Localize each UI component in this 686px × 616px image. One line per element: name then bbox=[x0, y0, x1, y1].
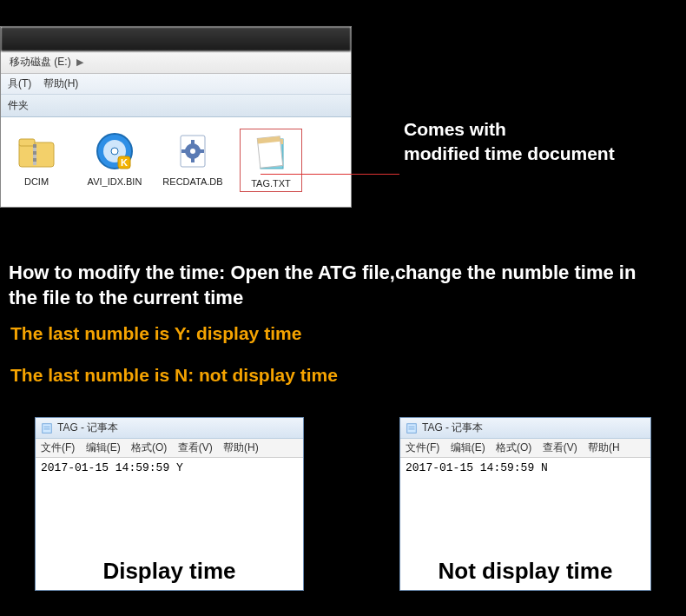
explorer-window: 移动磁盘 (E:) ▶ 具(T) 帮助(H) 件夹 DCIM K AVI_IDX… bbox=[0, 26, 352, 208]
np-menu-format[interactable]: 格式(O) bbox=[131, 441, 167, 454]
np-menu-view[interactable]: 查看(V) bbox=[178, 441, 213, 454]
instruction-main: How to modify the time: Open the ATG fil… bbox=[9, 261, 669, 310]
notepad-title-text: TAG - 记事本 bbox=[57, 421, 118, 435]
file-label: AVI_IDX.BIN bbox=[88, 176, 142, 188]
np-menu-help[interactable]: 帮助(H bbox=[588, 441, 620, 454]
file-item-dcim[interactable]: DCIM bbox=[6, 129, 67, 191]
file-item-tagtxt[interactable]: TAG.TXT bbox=[241, 129, 301, 191]
np-menu-view[interactable]: 查看(V) bbox=[543, 441, 577, 454]
chevron-right-icon: ▶ bbox=[76, 56, 83, 68]
instruction-rule-n: The last numble is N: not display time bbox=[10, 365, 338, 386]
explorer-menubar: 具(T) 帮助(H) bbox=[1, 74, 351, 95]
toolbar-folder-label[interactable]: 件夹 bbox=[8, 99, 29, 111]
notepad-menubar: 文件(F) 编辑(E) 格式(O) 查看(V) 帮助(H) bbox=[36, 439, 303, 458]
explorer-toolbar: 件夹 bbox=[1, 95, 351, 117]
notepad-caption: Not display time bbox=[400, 558, 650, 585]
svg-rect-13 bbox=[191, 140, 195, 145]
callout-text: Comes with modified time document bbox=[404, 117, 615, 167]
svg-rect-16 bbox=[199, 149, 204, 153]
notepad-window-n: TAG - 记事本 文件(F) 编辑(E) 格式(O) 查看(V) 帮助(H 2… bbox=[399, 417, 651, 591]
svg-rect-22 bbox=[43, 423, 52, 433]
folder-zip-icon bbox=[15, 129, 58, 173]
svg-rect-1 bbox=[19, 139, 35, 146]
np-menu-file[interactable]: 文件(F) bbox=[41, 441, 75, 454]
svg-text:K: K bbox=[121, 157, 128, 168]
callout-connector-line bbox=[261, 174, 399, 175]
svg-rect-25 bbox=[407, 423, 417, 433]
settings-file-icon bbox=[171, 129, 214, 173]
addressbar-path: 移动磁盘 (E:) bbox=[10, 55, 71, 70]
notepad-title-text: TAG - 记事本 bbox=[422, 421, 483, 435]
notepad-content: 2017-01-15 14:59:59 N bbox=[406, 461, 645, 474]
file-label: DCIM bbox=[24, 176, 49, 188]
svg-rect-3 bbox=[33, 144, 36, 148]
svg-rect-5 bbox=[33, 158, 36, 162]
notepad-body[interactable]: 2017-01-15 14:59:59 N Not display time bbox=[400, 458, 650, 592]
notepad-menubar: 文件(F) 编辑(E) 格式(O) 查看(V) 帮助(H bbox=[400, 439, 650, 458]
svg-point-8 bbox=[111, 148, 118, 155]
notepad-file-icon bbox=[249, 131, 293, 175]
svg-rect-14 bbox=[191, 157, 195, 162]
np-menu-help[interactable]: 帮助(H) bbox=[223, 441, 259, 454]
notepad-caption: Display time bbox=[36, 558, 303, 585]
notepad-content: 2017-01-15 14:59:59 Y bbox=[41, 461, 298, 474]
notepad-titlebar: TAG - 记事本 bbox=[36, 418, 303, 439]
callout-line2: modified time document bbox=[404, 142, 615, 166]
svg-point-17 bbox=[190, 149, 195, 154]
np-menu-format[interactable]: 格式(O) bbox=[496, 441, 531, 454]
notepad-icon bbox=[41, 422, 53, 434]
np-menu-file[interactable]: 文件(F) bbox=[406, 441, 439, 454]
notepad-body[interactable]: 2017-01-15 14:59:59 Y Display time bbox=[36, 458, 303, 592]
explorer-titlebar bbox=[1, 27, 351, 51]
explorer-addressbar[interactable]: 移动磁盘 (E:) ▶ bbox=[1, 51, 351, 74]
explorer-content: DCIM K AVI_IDX.BIN RECDATA.DB TAG.TXT bbox=[1, 117, 351, 207]
np-menu-edit[interactable]: 编辑(E) bbox=[451, 441, 485, 454]
svg-rect-15 bbox=[181, 149, 187, 153]
menu-help[interactable]: 帮助(H) bbox=[43, 77, 79, 89]
menu-tools[interactable]: 具(T) bbox=[8, 77, 31, 89]
notepad-icon bbox=[406, 422, 418, 434]
file-label: RECDATA.DB bbox=[162, 176, 222, 188]
file-item-recdata[interactable]: RECDATA.DB bbox=[162, 129, 223, 191]
instruction-rule-y: The last numble is Y: display time bbox=[10, 323, 301, 344]
notepad-window-y: TAG - 记事本 文件(F) 编辑(E) 格式(O) 查看(V) 帮助(H) … bbox=[35, 417, 304, 591]
np-menu-edit[interactable]: 编辑(E) bbox=[86, 441, 121, 454]
disc-icon: K bbox=[93, 129, 136, 173]
file-item-aviidx[interactable]: K AVI_IDX.BIN bbox=[84, 129, 145, 191]
file-label: TAG.TXT bbox=[251, 178, 291, 189]
callout-line1: Comes with bbox=[404, 117, 615, 142]
svg-rect-4 bbox=[33, 151, 36, 155]
notepad-titlebar: TAG - 记事本 bbox=[400, 418, 650, 439]
